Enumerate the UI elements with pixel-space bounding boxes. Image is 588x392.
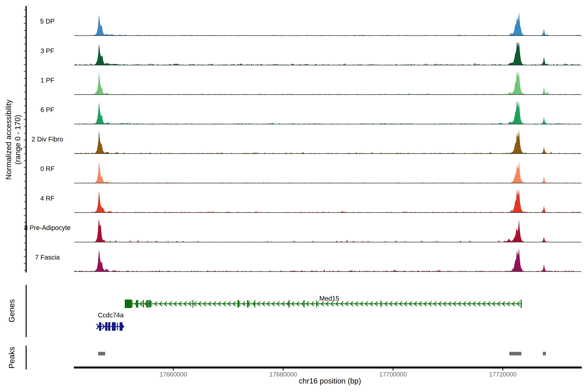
axis-tick	[24, 133, 26, 134]
coverage-area-2-div-fibro	[74, 131, 581, 154]
axis-tick	[24, 229, 26, 230]
gene-exon-tick	[117, 323, 117, 330]
gene-exon-box	[108, 322, 110, 331]
coverage-area-5-dp	[74, 13, 581, 36]
coverage-area-0-rf	[74, 162, 581, 183]
gene-exon-tick	[138, 300, 138, 308]
gene-exon-tick	[146, 300, 147, 308]
coverage-tracks-canvas	[0, 0, 588, 392]
gene-exon-tick	[136, 300, 137, 308]
x-axis-tick	[393, 368, 394, 370]
coverage-area-8-pre-adipocyte	[74, 220, 581, 242]
x-axis-tick	[502, 368, 503, 370]
axis-tick	[24, 160, 26, 161]
gene-exon-box	[125, 300, 132, 308]
axis-tick	[24, 154, 26, 154]
axis-tick	[24, 64, 26, 65]
gene-exon-tick	[254, 300, 255, 308]
gene-exon-tick	[147, 300, 148, 308]
axis-tick	[24, 10, 26, 10]
axis-tick	[24, 23, 26, 24]
axis-tick	[24, 140, 26, 140]
gene-exon-box	[120, 322, 122, 331]
axis-tick	[24, 112, 26, 113]
axis-tick	[24, 174, 26, 174]
tracks-axis-bracket	[26, 6, 27, 272]
axis-tick	[24, 16, 26, 17]
coverage-area-3-pf	[74, 42, 581, 65]
gene-exon-tick	[288, 300, 290, 308]
axis-tick	[24, 119, 26, 120]
axis-tick	[24, 236, 26, 236]
axis-tick	[24, 147, 26, 147]
coverage-plot-figure: { "figure": { "y_axis_label_line1": "Nor…	[0, 0, 588, 392]
axis-tick	[24, 126, 26, 126]
axis-tick	[24, 202, 26, 202]
axis-tick	[24, 106, 26, 106]
peak-region-box	[509, 352, 521, 356]
axis-tick	[24, 188, 26, 188]
axis-tick	[24, 92, 26, 92]
axis-tick	[24, 256, 26, 257]
axis-tick	[24, 181, 26, 182]
axis-tick	[24, 99, 26, 99]
axis-tick	[24, 30, 26, 30]
x-axis-line	[74, 366, 582, 368]
coverage-area-4-rf	[74, 190, 581, 213]
axis-tick	[24, 208, 26, 209]
gene-exon-tick	[304, 300, 304, 308]
axis-tick	[24, 263, 26, 264]
gene-exon-tick	[192, 300, 193, 308]
coverage-area-7-fascia	[74, 249, 581, 272]
axis-tick	[24, 195, 26, 195]
axis-tick	[24, 51, 26, 51]
peaks-axis-bracket	[26, 346, 26, 370]
gene-exon-tick	[118, 323, 118, 330]
axis-tick	[24, 167, 26, 168]
x-axis-tick	[283, 368, 284, 370]
axis-tick	[24, 243, 26, 243]
gene-exon-tick	[143, 300, 144, 308]
x-axis-tick	[173, 368, 174, 370]
coverage-area-1-pf	[74, 72, 581, 95]
gene-exon-tick	[521, 300, 522, 308]
gene-exon-tick	[148, 300, 149, 308]
axis-tick	[24, 222, 26, 222]
peak-region-box	[543, 352, 546, 356]
axis-tick	[24, 58, 26, 58]
gene-exon-box	[112, 322, 116, 331]
axis-tick	[24, 78, 26, 78]
axis-tick	[24, 44, 26, 44]
axis-tick	[24, 71, 26, 72]
axis-tick	[24, 270, 26, 271]
axis-tick	[24, 215, 26, 216]
genes-axis-bracket	[26, 285, 26, 337]
gene-exon-box	[105, 322, 108, 331]
gene-exon-tick	[132, 300, 132, 308]
axis-tick	[24, 250, 26, 250]
peak-region-box	[98, 352, 105, 356]
axis-tick	[24, 37, 26, 38]
axis-tick	[24, 85, 26, 86]
coverage-area-6-pf	[74, 102, 581, 124]
